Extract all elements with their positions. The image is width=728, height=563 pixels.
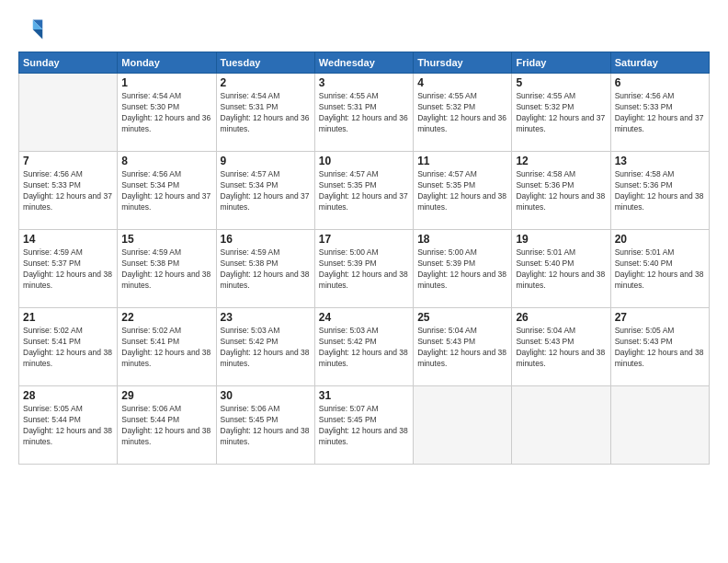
weekday-header-friday: Friday: [512, 52, 610, 74]
day-info: Sunrise: 4:57 AMSunset: 5:34 PMDaylight:…: [221, 169, 311, 213]
day-number: 25: [417, 311, 507, 324]
day-number: 19: [516, 233, 606, 246]
calendar-cell: 3Sunrise: 4:55 AMSunset: 5:31 PMDaylight…: [314, 74, 413, 152]
calendar-cell: 16Sunrise: 4:59 AMSunset: 5:38 PMDayligh…: [216, 230, 314, 308]
calendar-cell: 22Sunrise: 5:02 AMSunset: 5:41 PMDayligh…: [118, 308, 216, 386]
day-number: 21: [23, 311, 113, 324]
day-number: 9: [221, 155, 311, 167]
calendar-cell: 23Sunrise: 5:03 AMSunset: 5:42 PMDayligh…: [216, 308, 314, 386]
day-number: 17: [319, 233, 409, 246]
day-info: Sunrise: 4:54 AMSunset: 5:30 PMDaylight:…: [121, 91, 211, 135]
weekday-header-saturday: Saturday: [610, 52, 709, 74]
week-row-3: 14Sunrise: 4:59 AMSunset: 5:37 PMDayligh…: [19, 230, 710, 308]
day-number: 24: [319, 311, 409, 324]
day-number: 13: [615, 155, 705, 167]
calendar-cell: 18Sunrise: 5:00 AMSunset: 5:39 PMDayligh…: [414, 230, 512, 308]
calendar-cell: 14Sunrise: 4:59 AMSunset: 5:37 PMDayligh…: [19, 230, 118, 308]
calendar-table: SundayMondayTuesdayWednesdayThursdayFrid…: [18, 52, 710, 465]
calendar-cell: [414, 386, 512, 465]
day-number: 26: [516, 311, 606, 324]
logo-icon: [18, 17, 44, 42]
day-info: Sunrise: 4:57 AMSunset: 5:35 PMDaylight:…: [417, 169, 507, 213]
day-info: Sunrise: 5:05 AMSunset: 5:44 PMDaylight:…: [23, 404, 113, 448]
day-info: Sunrise: 5:01 AMSunset: 5:40 PMDaylight:…: [516, 247, 606, 292]
calendar-cell: 7Sunrise: 4:56 AMSunset: 5:33 PMDaylight…: [19, 152, 118, 230]
week-row-1: 1Sunrise: 4:54 AMSunset: 5:30 PMDaylight…: [19, 74, 710, 152]
calendar-cell: 25Sunrise: 5:04 AMSunset: 5:43 PMDayligh…: [414, 308, 512, 386]
day-info: Sunrise: 5:00 AMSunset: 5:39 PMDaylight:…: [319, 247, 409, 292]
svg-marker-2: [33, 29, 43, 40]
calendar-cell: 31Sunrise: 5:07 AMSunset: 5:45 PMDayligh…: [314, 386, 413, 465]
day-info: Sunrise: 4:55 AMSunset: 5:32 PMDaylight:…: [417, 91, 507, 135]
day-number: 12: [516, 155, 606, 167]
calendar-cell: 17Sunrise: 5:00 AMSunset: 5:39 PMDayligh…: [314, 230, 413, 308]
logo: [18, 17, 48, 42]
day-info: Sunrise: 5:03 AMSunset: 5:42 PMDaylight:…: [319, 326, 409, 370]
day-number: 16: [221, 233, 311, 246]
day-number: 1: [121, 76, 211, 89]
day-info: Sunrise: 5:03 AMSunset: 5:42 PMDaylight:…: [221, 326, 311, 370]
day-info: Sunrise: 5:04 AMSunset: 5:43 PMDaylight:…: [516, 326, 606, 370]
day-number: 11: [417, 155, 507, 167]
day-number: 30: [221, 389, 311, 402]
day-info: Sunrise: 4:56 AMSunset: 5:33 PMDaylight:…: [23, 169, 113, 213]
calendar-cell: 15Sunrise: 4:59 AMSunset: 5:38 PMDayligh…: [118, 230, 216, 308]
calendar-cell: 30Sunrise: 5:06 AMSunset: 5:45 PMDayligh…: [216, 386, 314, 465]
day-info: Sunrise: 4:56 AMSunset: 5:33 PMDaylight:…: [615, 91, 705, 135]
day-info: Sunrise: 5:06 AMSunset: 5:45 PMDaylight:…: [221, 404, 311, 448]
week-row-4: 21Sunrise: 5:02 AMSunset: 5:41 PMDayligh…: [19, 308, 710, 386]
calendar-cell: [512, 386, 610, 465]
calendar-cell: [610, 386, 709, 465]
day-number: 2: [221, 76, 311, 89]
day-info: Sunrise: 4:59 AMSunset: 5:37 PMDaylight:…: [23, 247, 113, 292]
calendar-cell: 19Sunrise: 5:01 AMSunset: 5:40 PMDayligh…: [512, 230, 610, 308]
day-number: 8: [121, 155, 211, 167]
day-number: 10: [319, 155, 409, 167]
day-number: 29: [121, 389, 211, 402]
day-info: Sunrise: 5:07 AMSunset: 5:45 PMDaylight:…: [319, 404, 409, 448]
week-row-5: 28Sunrise: 5:05 AMSunset: 5:44 PMDayligh…: [19, 386, 710, 465]
week-row-2: 7Sunrise: 4:56 AMSunset: 5:33 PMDaylight…: [19, 152, 710, 230]
day-info: Sunrise: 5:02 AMSunset: 5:41 PMDaylight:…: [23, 326, 113, 370]
day-number: 27: [615, 311, 705, 324]
day-info: Sunrise: 4:54 AMSunset: 5:31 PMDaylight:…: [221, 91, 311, 135]
calendar-header-row: SundayMondayTuesdayWednesdayThursdayFrid…: [19, 52, 710, 74]
day-number: 23: [221, 311, 311, 324]
weekday-header-sunday: Sunday: [19, 52, 118, 74]
day-info: Sunrise: 4:55 AMSunset: 5:31 PMDaylight:…: [319, 91, 409, 135]
calendar-cell: 10Sunrise: 4:57 AMSunset: 5:35 PMDayligh…: [314, 152, 413, 230]
calendar-cell: [19, 74, 118, 152]
day-number: 5: [516, 76, 606, 89]
day-info: Sunrise: 4:57 AMSunset: 5:35 PMDaylight:…: [319, 169, 409, 213]
calendar-cell: 12Sunrise: 4:58 AMSunset: 5:36 PMDayligh…: [512, 152, 610, 230]
calendar-cell: 27Sunrise: 5:05 AMSunset: 5:43 PMDayligh…: [610, 308, 709, 386]
day-info: Sunrise: 5:05 AMSunset: 5:43 PMDaylight:…: [615, 326, 705, 370]
day-info: Sunrise: 4:56 AMSunset: 5:34 PMDaylight:…: [121, 169, 211, 213]
day-info: Sunrise: 4:59 AMSunset: 5:38 PMDaylight:…: [121, 247, 211, 292]
day-info: Sunrise: 4:55 AMSunset: 5:32 PMDaylight:…: [516, 91, 606, 135]
weekday-header-monday: Monday: [118, 52, 216, 74]
calendar-cell: 6Sunrise: 4:56 AMSunset: 5:33 PMDaylight…: [610, 74, 709, 152]
header: [18, 17, 710, 42]
calendar-cell: 24Sunrise: 5:03 AMSunset: 5:42 PMDayligh…: [314, 308, 413, 386]
weekday-header-wednesday: Wednesday: [314, 52, 413, 74]
day-info: Sunrise: 4:58 AMSunset: 5:36 PMDaylight:…: [615, 169, 705, 213]
day-info: Sunrise: 5:01 AMSunset: 5:40 PMDaylight:…: [615, 247, 705, 292]
day-info: Sunrise: 5:06 AMSunset: 5:44 PMDaylight:…: [121, 404, 211, 448]
calendar-cell: 8Sunrise: 4:56 AMSunset: 5:34 PMDaylight…: [118, 152, 216, 230]
day-number: 28: [23, 389, 113, 402]
day-number: 3: [319, 76, 409, 89]
calendar-cell: 26Sunrise: 5:04 AMSunset: 5:43 PMDayligh…: [512, 308, 610, 386]
day-number: 14: [23, 233, 113, 246]
calendar-cell: 11Sunrise: 4:57 AMSunset: 5:35 PMDayligh…: [414, 152, 512, 230]
calendar-cell: 2Sunrise: 4:54 AMSunset: 5:31 PMDaylight…: [216, 74, 314, 152]
day-number: 4: [417, 76, 507, 89]
day-info: Sunrise: 4:58 AMSunset: 5:36 PMDaylight:…: [516, 169, 606, 213]
day-number: 18: [417, 233, 507, 246]
day-number: 20: [615, 233, 705, 246]
weekday-header-tuesday: Tuesday: [216, 52, 314, 74]
calendar-cell: 1Sunrise: 4:54 AMSunset: 5:30 PMDaylight…: [118, 74, 216, 152]
day-number: 15: [121, 233, 211, 246]
page: SundayMondayTuesdayWednesdayThursdayFrid…: [0, 0, 728, 563]
calendar-cell: 9Sunrise: 4:57 AMSunset: 5:34 PMDaylight…: [216, 152, 314, 230]
